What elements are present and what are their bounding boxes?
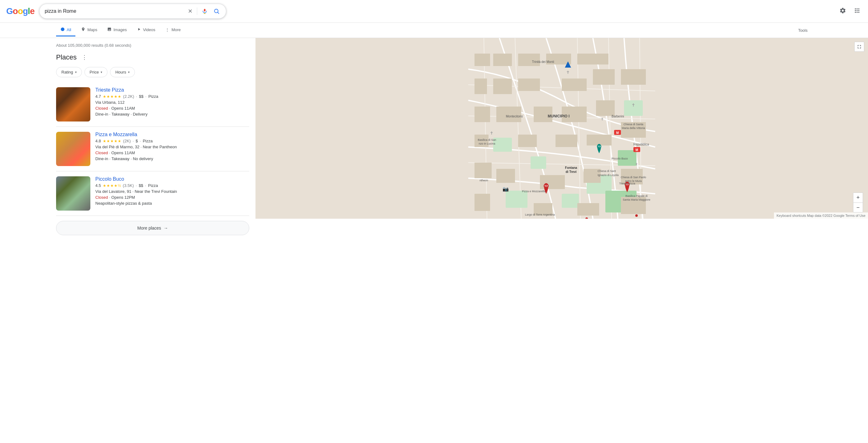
svg-rect-37 [496, 169, 515, 183]
svg-text:M: M [616, 131, 619, 134]
star-2: ★ [106, 94, 110, 99]
svg-rect-25 [621, 69, 646, 85]
piccolo-features: Neapolitan-style pizzas & pasta [95, 201, 249, 205]
filter-buttons: Rating ▾ Price ▾ Hours ▾ [56, 67, 249, 77]
svg-rect-20 [474, 78, 487, 94]
piccolo-buco-name[interactable]: Piccolo Buco [95, 176, 249, 182]
settings-button[interactable] [838, 6, 847, 17]
svg-rect-23 [562, 78, 587, 91]
star-5: ★ [118, 94, 121, 99]
trieste-address: Via Urbana, 112 [95, 100, 249, 105]
expand-icon [857, 44, 862, 50]
search-icons: ✕ [187, 6, 221, 16]
svg-rect-32 [518, 134, 537, 147]
svg-rect-43 [577, 203, 599, 216]
star-1: ★ [103, 139, 106, 143]
map-expand-button[interactable] [854, 42, 864, 52]
apps-button[interactable] [852, 6, 862, 17]
places-more-options-button[interactable]: ⋮ [81, 53, 89, 62]
map-controls: + − [853, 192, 863, 213]
mozzarella-category: Pizza [143, 139, 153, 143]
nav-tools[interactable]: Tools [794, 25, 812, 36]
results-info: About 105,000,000 results (0.68 seconds) [56, 43, 249, 48]
svg-rect-34 [587, 134, 612, 146]
mozzarella-rating-count: (2K) [123, 139, 131, 143]
star-3: ★ [110, 184, 114, 188]
piccolo-rating-count: (3.5K) [123, 183, 134, 188]
zoom-out-button[interactable]: − [853, 202, 863, 213]
search-icon [213, 8, 220, 14]
svg-text:MUNICIPIO I: MUNICIPIO I [548, 114, 569, 118]
search-button[interactable] [212, 7, 221, 15]
images-icon [107, 27, 112, 32]
piccolo-buco-info: Piccolo Buco 4.5 ★ ★ ★ ★ ½ (3.5K) · $$ ·… [95, 176, 249, 211]
svg-rect-8 [531, 156, 546, 169]
search-bar: ✕ [39, 4, 226, 19]
star-5: ½ [118, 184, 121, 188]
svg-text:Fontana: Fontana [565, 166, 577, 169]
price-chevron-icon: ▾ [101, 70, 102, 74]
svg-text:di Trevi: di Trevi [565, 170, 577, 173]
price-filter-label: Price [90, 70, 99, 74]
more-places-container: More places → [56, 216, 249, 245]
svg-rect-36 [474, 163, 492, 178]
nav-item-images[interactable]: Images [103, 24, 131, 36]
nav-item-all[interactable]: All [56, 24, 75, 36]
svg-text:Chiesa di Santa: Chiesa di Santa [623, 123, 643, 126]
left-panel: About 105,000,000 results (0.68 seconds)… [0, 38, 255, 250]
google-logo[interactable]: Google [6, 6, 34, 16]
places-header: Places ⋮ [56, 53, 249, 62]
map-container[interactable]: M M 🍽 🍽 [255, 38, 868, 219]
mozzarella-stars: ★ ★ ★ ★ ★ [103, 139, 121, 143]
zoom-in-button[interactable]: + [853, 192, 863, 202]
trieste-pizza-info: Trieste Pizza 4.7 ★ ★ ★ ★ ★ (2.2K) · $$ … [95, 87, 249, 122]
pizza-mozzarella-image[interactable] [56, 132, 90, 166]
nav-item-videos[interactable]: Videos [132, 24, 160, 36]
hours-filter-button[interactable]: Hours ▾ [110, 67, 135, 77]
hours-filter-label: Hours [115, 70, 126, 74]
price-filter-button[interactable]: Price ▾ [85, 67, 108, 77]
svg-text:nzo in Lucina: nzo in Lucina [478, 142, 495, 145]
star-2: ★ [106, 139, 110, 143]
pizza-mozzarella-meta: 4.8 ★ ★ ★ ★ ★ (2K) · $ · Pizza [95, 139, 249, 143]
svg-rect-24 [593, 69, 615, 85]
trieste-pizza-image[interactable] [56, 87, 90, 122]
piccolo-hours: Closed · Opens 12PM [95, 195, 249, 200]
piccolo-address: Via del Lavatore, 91 · Near the Trevi Fo… [95, 189, 249, 194]
search-input[interactable] [44, 8, 183, 14]
map-footer: Keyboard shortcuts Map data ©2022 Google… [774, 213, 868, 219]
svg-text:Piccolo Buco: Piccolo Buco [612, 157, 628, 160]
clear-button[interactable]: ✕ [187, 6, 194, 16]
place-card-trieste-pizza: Trieste Pizza 4.7 ★ ★ ★ ★ ★ (2.2K) · $$ … [56, 82, 249, 127]
nav-item-more[interactable]: ⋮ More [161, 24, 185, 36]
star-2: ★ [106, 184, 110, 188]
star-1: ★ [103, 94, 106, 99]
mozzarella-closed-status: Closed [95, 151, 108, 155]
svg-text:Chiesa di Sant: Chiesa di Sant [597, 169, 616, 172]
mozzarella-opens-time: Opens 11AM [111, 151, 135, 155]
svg-rect-16 [493, 54, 512, 66]
svg-text:Chiesa di San Paolo: Chiesa di San Paolo [621, 176, 646, 179]
gear-icon [839, 7, 846, 14]
right-panel: M M 🍽 🍽 [255, 38, 868, 250]
voice-search-button[interactable] [200, 7, 209, 15]
star-1: ★ [103, 184, 106, 188]
more-places-button[interactable]: More places → [56, 221, 249, 235]
nav-item-maps[interactable]: Maps [76, 24, 101, 36]
piccolo-buco-image[interactable] [56, 176, 90, 211]
apps-icon [854, 7, 861, 14]
trieste-pizza-name[interactable]: Trieste Pizza [95, 87, 249, 93]
trieste-features: Dine-in · Takeaway · Delivery [95, 112, 249, 117]
svg-rect-30 [596, 100, 615, 116]
more-places-arrow: → [163, 226, 168, 230]
nav-bar: All Maps Images Videos ⋮ More Tools [0, 23, 868, 38]
piccolo-category: Pizza [148, 183, 158, 188]
rating-filter-button[interactable]: Rating ▾ [56, 67, 82, 77]
svg-rect-38 [540, 175, 565, 189]
star-5: ★ [118, 139, 121, 143]
place-card-piccolo-buco: Piccolo Buco 4.5 ★ ★ ★ ★ ½ (3.5K) · $$ ·… [56, 171, 249, 216]
star-4: ★ [114, 184, 118, 188]
pizza-mozzarella-name[interactable]: Pizza e Mozzarella [95, 132, 249, 137]
svg-text:✝: ✝ [601, 117, 604, 122]
svg-rect-19 [577, 54, 609, 64]
